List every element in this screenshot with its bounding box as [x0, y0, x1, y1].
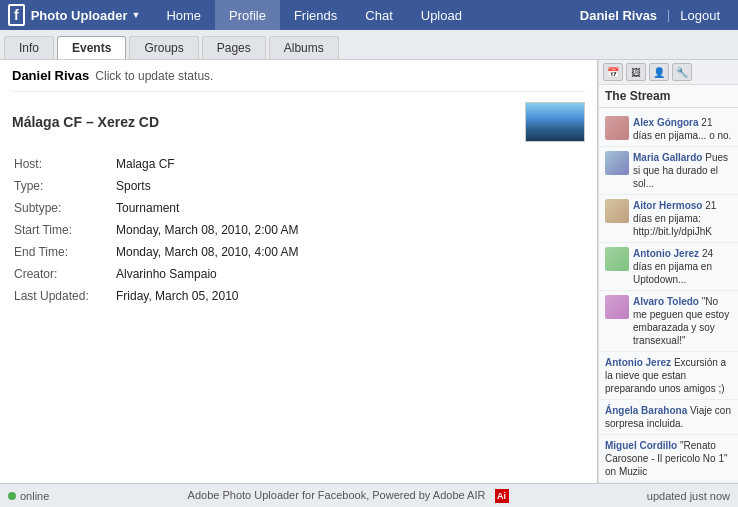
table-row: Subtype: Tournament: [14, 198, 583, 218]
stream-name[interactable]: Antonio Jerez: [633, 248, 699, 259]
avatar: [605, 247, 629, 271]
tab-albums[interactable]: Albums: [269, 36, 339, 59]
avatar: [605, 116, 629, 140]
online-status: online: [20, 490, 49, 502]
sidebar-tool-settings[interactable]: 🔧: [672, 63, 692, 81]
creator-label: Creator:: [14, 264, 114, 284]
nav-upload[interactable]: Upload: [407, 0, 476, 30]
tabs-bar: Info Events Groups Pages Albums: [0, 30, 738, 60]
nav-profile[interactable]: Profile: [215, 0, 280, 30]
facebook-logo: f: [8, 4, 25, 26]
stream-item: Alvaro Toledo "No me peguen que estoy em…: [599, 291, 738, 352]
stream-text: Alvaro Toledo "No me peguen que estoy em…: [633, 295, 732, 347]
app-dropdown-arrow[interactable]: ▼: [131, 10, 140, 20]
tab-groups[interactable]: Groups: [129, 36, 198, 59]
stream-name[interactable]: Miguel Cordillo: [605, 440, 677, 451]
bottom-right: updated just now: [647, 490, 730, 502]
nav-chat[interactable]: Chat: [351, 0, 406, 30]
avatar: [605, 151, 629, 175]
bottom-bar: online Adobe Photo Uploader for Facebook…: [0, 483, 738, 507]
table-row: Last Updated: Friday, March 05, 2010: [14, 286, 583, 306]
status-line: Daniel Rivas Click to update status.: [12, 68, 585, 92]
subtype-value: Tournament: [116, 198, 583, 218]
stream-item: Ángela Barahona Viaje con sorpresa inclu…: [599, 400, 738, 435]
start-value: Monday, March 08, 2010, 2:00 AM: [116, 220, 583, 240]
main-layout: Daniel Rivas Click to update status. Mál…: [0, 60, 738, 483]
sidebar-tool-image[interactable]: 🖼: [626, 63, 646, 81]
app-title: Photo Uploader: [31, 8, 128, 23]
sidebar-title: The Stream: [599, 85, 738, 108]
end-label: End Time:: [14, 242, 114, 262]
stream-items: Alex Góngora 21 días en pijama... o no. …: [599, 108, 738, 483]
event-block: Málaga CF – Xerez CD Host: Malaga CF Typ…: [12, 102, 585, 308]
stream-name[interactable]: Ángela Barahona: [605, 405, 687, 416]
stream-name[interactable]: Maria Gallardo: [633, 152, 702, 163]
stream-item: Aitor Hermoso 21 días en pijama: http://…: [599, 195, 738, 243]
event-title: Málaga CF – Xerez CD: [12, 114, 159, 130]
logout-button[interactable]: Logout: [670, 8, 730, 23]
adobe-logo: Ai: [495, 489, 509, 503]
stream-text: Antonio Jerez 24 días en pijama en Uptod…: [633, 247, 732, 286]
event-details-table: Host: Malaga CF Type: Sports Subtype: To…: [12, 152, 585, 308]
stream-item: Miguel Cordillo "Renato Carosone - Il pe…: [599, 435, 738, 483]
sidebar-tool-calendar[interactable]: 📅: [603, 63, 623, 81]
avatar: [605, 295, 629, 319]
right-sidebar: 📅 🖼 👤 🔧 The Stream Alex Góngora 21 días …: [598, 60, 738, 483]
nav-links: Home Profile Friends Chat Upload: [152, 0, 569, 30]
event-header: Málaga CF – Xerez CD: [12, 102, 585, 142]
stream-text: Aitor Hermoso 21 días en pijama: http://…: [633, 199, 732, 238]
type-label: Type:: [14, 176, 114, 196]
tab-pages[interactable]: Pages: [202, 36, 266, 59]
user-name: Daniel Rivas: [570, 8, 667, 23]
avatar: [605, 199, 629, 223]
table-row: Host: Malaga CF: [14, 154, 583, 174]
updated-value: Friday, March 05, 2010: [116, 286, 583, 306]
status-user-name: Daniel Rivas: [12, 68, 89, 83]
center-label: Adobe Photo Uploader for Facebook, Power…: [188, 489, 486, 501]
subtype-label: Subtype:: [14, 198, 114, 218]
top-nav-bar: f Photo Uploader ▼ Home Profile Friends …: [0, 0, 738, 30]
stream-text: Alex Góngora 21 días en pijama... o no.: [633, 116, 732, 142]
stream-name[interactable]: Alvaro Toledo: [633, 296, 699, 307]
host-label: Host:: [14, 154, 114, 174]
stream-item: Alex Góngora 21 días en pijama... o no.: [599, 112, 738, 147]
stream-name[interactable]: Alex Góngora: [633, 117, 699, 128]
end-value: Monday, March 08, 2010, 4:00 AM: [116, 242, 583, 262]
status-click-text[interactable]: Click to update status.: [95, 69, 213, 83]
stream-text: Maria Gallardo Pues si que ha durado el …: [633, 151, 732, 190]
stream-name[interactable]: Aitor Hermoso: [633, 200, 702, 211]
left-content: Daniel Rivas Click to update status. Mál…: [0, 60, 598, 483]
host-value: Malaga CF: [116, 154, 583, 174]
table-row: Start Time: Monday, March 08, 2010, 2:00…: [14, 220, 583, 240]
stream-item: Antonio Jerez 24 días en pijama en Uptod…: [599, 243, 738, 291]
nav-friends[interactable]: Friends: [280, 0, 351, 30]
updated-label: Last Updated:: [14, 286, 114, 306]
type-value: Sports: [116, 176, 583, 196]
nav-home[interactable]: Home: [152, 0, 215, 30]
nav-right: Daniel Rivas | Logout: [570, 8, 730, 23]
event-thumbnail: [525, 102, 585, 142]
tab-events[interactable]: Events: [57, 36, 126, 59]
bottom-center-text: Adobe Photo Uploader for Facebook, Power…: [49, 489, 646, 503]
stream-name[interactable]: Antonio Jerez: [605, 357, 671, 368]
table-row: Creator: Alvarinho Sampaio: [14, 264, 583, 284]
online-indicator: [8, 492, 16, 500]
stream-item: Maria Gallardo Pues si que ha durado el …: [599, 147, 738, 195]
stream-item: Antonio Jerez Excursión a la nieve que e…: [599, 352, 738, 400]
sidebar-tool-user[interactable]: 👤: [649, 63, 669, 81]
event-thumbnail-image: [526, 103, 584, 141]
table-row: End Time: Monday, March 08, 2010, 4:00 A…: [14, 242, 583, 262]
sidebar-toolbar: 📅 🖼 👤 🔧: [599, 60, 738, 85]
table-row: Type: Sports: [14, 176, 583, 196]
start-label: Start Time:: [14, 220, 114, 240]
updated-text: updated just now: [647, 490, 730, 502]
tab-info[interactable]: Info: [4, 36, 54, 59]
creator-value: Alvarinho Sampaio: [116, 264, 583, 284]
